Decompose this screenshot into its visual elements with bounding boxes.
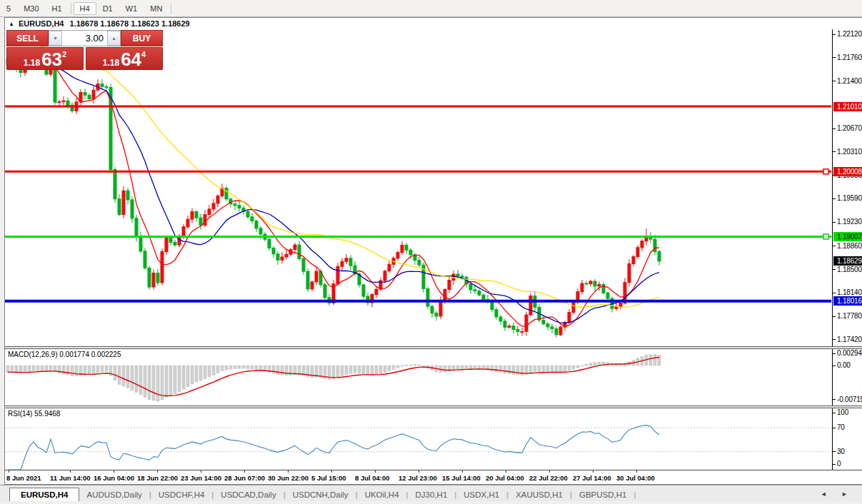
ask-big-digits: 64	[121, 51, 141, 68]
rsi-axis-tick	[833, 428, 836, 428]
chart-title-row: ▲ EURUSD,H4 1.18678 1.18678 1.18623 1.18…	[5, 18, 862, 29]
time-axis-tick	[157, 470, 158, 473]
timeframe-button-mn[interactable]: MN	[144, 2, 169, 15]
status-strip	[0, 501, 862, 504]
time-axis-label: 5 Jul 15:00	[311, 474, 346, 482]
price-axis: 1.221201.217601.214001.206701.203101.199…	[833, 29, 862, 346]
price-axis-label: 1.18500	[837, 266, 862, 273]
price-axis-label: 1.21760	[837, 54, 862, 61]
bid-prefix: 1.18	[24, 58, 40, 68]
price-axis-label: 1.21400	[837, 77, 862, 85]
time-axis-label: 28 Jun 07:00	[224, 474, 265, 482]
price-axis-tick	[833, 222, 836, 223]
tab-eurusd-h4[interactable]: EURUSD,H4	[9, 488, 79, 501]
tab-dj30-h1[interactable]: DJ30,H1	[409, 488, 455, 501]
macd-axis-tick	[833, 353, 836, 354]
rsi-axis-label: 0	[837, 460, 841, 468]
bid-quote[interactable]: 1.18 63 2	[6, 47, 84, 70]
price-axis-label: 1.20310	[837, 148, 862, 156]
price-axis-label: 1.17780	[837, 312, 862, 320]
price-level-badge: 1.19007	[833, 232, 862, 241]
tab-usdcnh-daily[interactable]: USDCNH,Daily	[286, 488, 356, 501]
time-axis-tick	[288, 470, 289, 473]
rsi-panel-row: RSI(14) 55.9468 10070300	[5, 408, 862, 470]
tab-scroll-arrows: ◄ ►	[808, 490, 848, 498]
time-axis-tick	[9, 470, 9, 473]
tab-usdx-h1[interactable]: USDX,H1	[456, 488, 506, 501]
tab-gbpusd-h1[interactable]: GBPUSD,H1	[572, 488, 633, 501]
price-axis-label: 1.17420	[837, 336, 862, 343]
price-axis-label: 1.19590	[837, 194, 862, 202]
tab-usdcad-daily[interactable]: USDCAD,Daily	[214, 488, 283, 501]
time-axis-label: 12 Jul 23:00	[399, 474, 437, 482]
rsi-label: RSI(14) 55.9468	[8, 410, 60, 418]
chart-ohlc-values: 1.18678 1.18678 1.18623 1.18629	[70, 19, 190, 28]
rsi-axis-label: 30	[837, 448, 845, 455]
timeframe-button-h1[interactable]: H1	[46, 2, 69, 15]
volume-decrease-button[interactable]: ▼	[49, 31, 62, 46]
main-plot[interactable]: SELL ▼ ▲ BUY 1.18 63 2 1.18	[5, 29, 833, 346]
sell-button[interactable]: SELL	[6, 30, 49, 46]
macd-label: MACD(12,26,9) 0.001774 0.002225	[8, 351, 121, 358]
time-axis-label: 8 Jul 04:00	[355, 474, 390, 482]
time-axis-label: 15 Jul 14:00	[442, 474, 481, 482]
ask-quote[interactable]: 1.18 64 4	[86, 47, 163, 70]
timeframe-toolbar: 5M30H1H4D1W1MN	[0, 0, 862, 17]
ask-pip-digit: 4	[141, 50, 146, 59]
price-axis-tick	[833, 57, 836, 58]
tab-xauusd-h1[interactable]: XAUUSD,H1	[508, 488, 570, 501]
timeframe-button-m30[interactable]: M30	[17, 2, 45, 15]
macd-plot[interactable]: MACD(12,26,9) 0.001774 0.002225	[5, 349, 833, 405]
price-axis-label: 1.20670	[837, 124, 862, 132]
bid-pip-digit: 2	[62, 50, 66, 59]
volume-increase-button[interactable]: ▲	[107, 31, 121, 46]
tab-scroll-left-icon[interactable]: ◄	[821, 490, 827, 498]
candlestick-chart	[5, 29, 831, 346]
price-axis-label: 1.22120	[837, 30, 862, 38]
time-axis-tick	[506, 470, 506, 473]
macd-panel-row: MACD(12,26,9) 0.001774 0.002225 0.002947…	[5, 349, 862, 405]
time-axis-tick	[244, 470, 245, 473]
bid-big-digits: 63	[41, 51, 62, 68]
price-axis-tick	[833, 81, 836, 81]
toolbar-separator	[71, 3, 71, 14]
price-axis-tick	[833, 316, 836, 317]
time-axis-label: 27 Jul 14:00	[573, 474, 611, 482]
time-axis-tick	[331, 470, 332, 473]
tab-ukoil-h4[interactable]: UKOil,H4	[358, 488, 406, 501]
ask-prefix: 1.18	[103, 58, 119, 68]
timeframe-button-5[interactable]: 5	[0, 2, 17, 15]
volume-input[interactable]	[62, 31, 107, 46]
price-axis-tick	[833, 34, 836, 35]
time-axis-tick	[462, 470, 463, 473]
hline-1.19007[interactable]	[5, 234, 831, 239]
timeframe-button-w1[interactable]: W1	[119, 2, 144, 15]
tab-scroll-right-icon[interactable]: ►	[841, 490, 848, 498]
price-axis-tick	[833, 246, 836, 246]
macd-axis-label: 0.002947	[837, 349, 862, 357]
macd-chart	[5, 349, 831, 405]
tab-audusd-daily[interactable]: AUDUSD,Daily	[79, 488, 149, 501]
price-level-badge: 1.20008	[833, 167, 862, 176]
hline-handle[interactable]	[823, 169, 828, 174]
time-axis: 8 Jun 202111 Jun 14:0016 Jun 04:0018 Jun…	[5, 470, 862, 484]
timeframe-button-h4[interactable]: H4	[74, 2, 96, 15]
chart-collapse-icon[interactable]: ▲	[9, 21, 14, 27]
price-axis-tick	[833, 269, 836, 270]
rsi-plot[interactable]: RSI(14) 55.9468	[5, 408, 833, 470]
hline-handle[interactable]	[823, 234, 828, 239]
price-axis-label: 1.18860	[837, 242, 862, 250]
rsi-axis-label: 100	[837, 408, 848, 416]
volume-spinner: ▼ ▲	[49, 30, 121, 46]
macd-axis-tick	[833, 366, 836, 366]
time-axis-tick	[549, 470, 550, 473]
time-axis-tick	[636, 470, 637, 473]
time-axis-label: 23 Jun 14:00	[181, 474, 221, 482]
tab-usdchf-h4[interactable]: USDCHF,H4	[151, 488, 212, 501]
tab-separator: |	[633, 490, 636, 501]
timeframe-button-d1[interactable]: D1	[96, 2, 119, 15]
buy-button[interactable]: BUY	[121, 30, 163, 46]
macd-axis-label: 0.00	[837, 361, 851, 369]
macd-axis-label: -0.00715	[837, 395, 862, 403]
one-click-trading-widget: SELL ▼ ▲ BUY 1.18 63 2 1.18	[6, 30, 163, 70]
